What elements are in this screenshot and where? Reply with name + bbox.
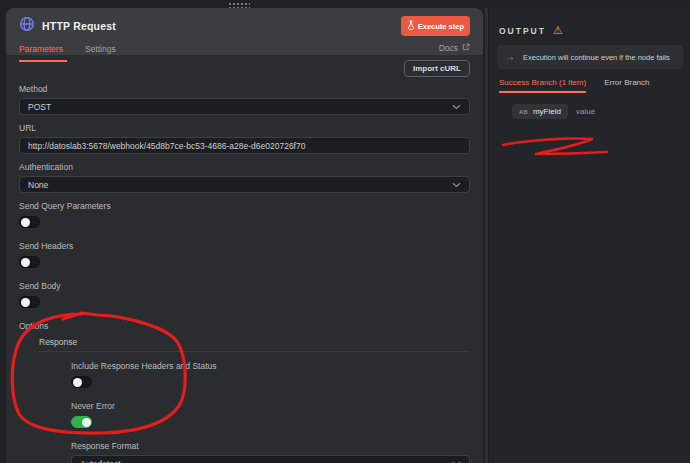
response-group-divider bbox=[39, 351, 470, 352]
url-input[interactable]: http://datoslab3:5678/webhook/45d8b7ce-b… bbox=[19, 137, 470, 154]
send-body-label: Send Body bbox=[19, 281, 470, 291]
response-format-value: Autodetect bbox=[80, 459, 121, 463]
schema-row: AB myField value bbox=[512, 104, 683, 119]
output-branch-tabs: Success Branch (1 item) Error Branch bbox=[497, 78, 683, 93]
tab-settings[interactable]: Settings bbox=[85, 44, 116, 62]
output-title: OUTPUT bbox=[499, 26, 546, 36]
schema-field-value: value bbox=[576, 107, 595, 116]
send-query-parameters-toggle[interactable] bbox=[19, 216, 40, 228]
flask-icon bbox=[407, 20, 415, 32]
options-label: Options bbox=[19, 321, 470, 331]
url-field: URL http://datoslab3:5678/webhook/45d8b7… bbox=[19, 123, 470, 154]
never-error-field: Never Error bbox=[71, 401, 470, 428]
never-error-toggle[interactable] bbox=[71, 416, 92, 428]
tab-error-branch[interactable]: Error Branch bbox=[604, 78, 649, 93]
execute-step-label: Execute step bbox=[418, 22, 464, 31]
response-format-label: Response Format bbox=[71, 441, 470, 451]
tab-parameters[interactable]: Parameters bbox=[19, 44, 63, 62]
include-response-headers-label: Include Response Headers and Status bbox=[71, 361, 470, 371]
docs-label: Docs bbox=[439, 43, 458, 53]
send-headers-label: Send Headers bbox=[19, 241, 470, 251]
authentication-label: Authentication bbox=[19, 162, 470, 172]
include-response-headers-toggle[interactable] bbox=[71, 376, 92, 388]
docs-link[interactable]: Docs bbox=[439, 43, 470, 62]
node-tabs: Parameters Settings Docs bbox=[19, 43, 470, 62]
send-query-parameters-label: Send Query Parameters bbox=[19, 201, 470, 211]
response-options-group: Response Include Response Headers and St… bbox=[39, 337, 470, 463]
schema-field-name: myField bbox=[533, 107, 561, 116]
arrow-right-icon: → bbox=[505, 52, 515, 62]
node-title: HTTP Request bbox=[42, 20, 116, 32]
continue-on-fail-notice: → Execution will continue even if the no… bbox=[497, 45, 683, 69]
send-query-parameters-field: Send Query Parameters bbox=[19, 201, 470, 228]
include-response-headers-field: Include Response Headers and Status bbox=[71, 361, 470, 388]
send-headers-toggle[interactable] bbox=[19, 256, 40, 268]
response-group-title: Response bbox=[39, 337, 470, 347]
chevron-down-icon bbox=[452, 180, 461, 190]
chevron-down-icon bbox=[452, 102, 461, 112]
method-select[interactable]: POST bbox=[19, 98, 470, 115]
method-field: Method POST bbox=[19, 84, 470, 115]
external-link-icon bbox=[462, 43, 470, 53]
panel-resize-divider[interactable] bbox=[485, 8, 488, 463]
tab-success-branch[interactable]: Success Branch (1 item) bbox=[499, 78, 586, 93]
output-panel: OUTPUT ⚠ → Execution will continue even … bbox=[490, 8, 690, 463]
authentication-select[interactable]: None bbox=[19, 176, 470, 193]
method-value: POST bbox=[28, 102, 51, 112]
import-curl-button[interactable]: Import cURL bbox=[404, 60, 470, 77]
notice-text: Execution will continue even if the node… bbox=[523, 53, 670, 62]
send-body-toggle[interactable] bbox=[19, 296, 40, 308]
url-label: URL bbox=[19, 123, 470, 133]
method-label: Method bbox=[19, 84, 470, 94]
authentication-field: Authentication None bbox=[19, 162, 470, 193]
url-value: http://datoslab3:5678/webhook/45d8b7ce-b… bbox=[28, 141, 305, 151]
never-error-label: Never Error bbox=[71, 401, 470, 411]
string-type-icon: AB bbox=[519, 109, 528, 115]
response-format-field: Response Format Autodetect bbox=[71, 441, 470, 463]
send-headers-field: Send Headers bbox=[19, 241, 470, 268]
warning-triangle-icon: ⚠ bbox=[553, 25, 563, 36]
globe-icon bbox=[19, 16, 35, 36]
authentication-value: None bbox=[28, 180, 48, 190]
chevron-down-icon bbox=[452, 459, 461, 463]
send-body-field: Send Body bbox=[19, 281, 470, 308]
response-format-select[interactable]: Autodetect bbox=[71, 455, 470, 463]
parameters-body: Import cURL Method POST URL http://datos… bbox=[6, 55, 483, 463]
execute-step-button[interactable]: Execute step bbox=[401, 16, 470, 36]
node-details-panel: HTTP Request Execute step Parameters Set… bbox=[6, 8, 483, 463]
schema-field-pill[interactable]: AB myField bbox=[512, 104, 568, 119]
node-header: HTTP Request Execute step Parameters Set… bbox=[6, 8, 483, 55]
